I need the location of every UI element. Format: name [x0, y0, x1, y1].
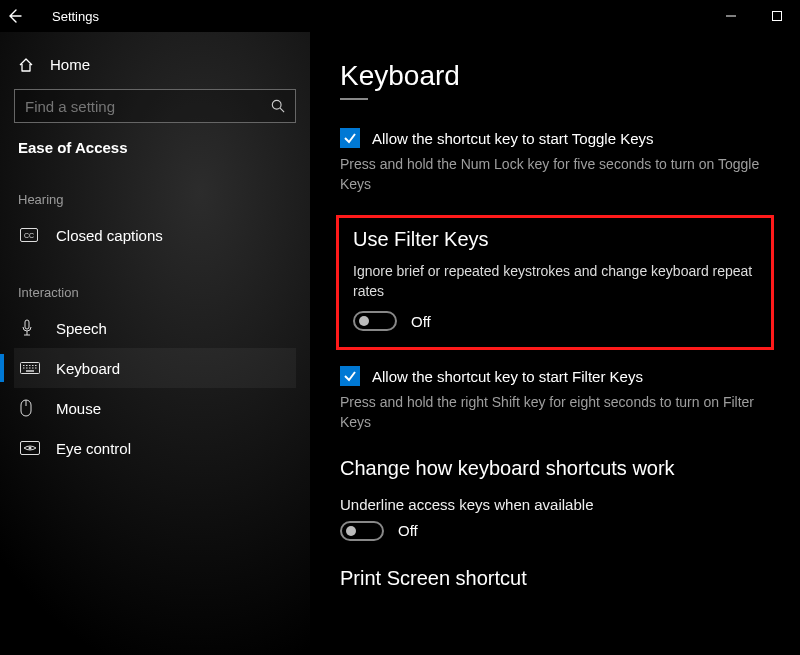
toggle-keys-shortcut-label: Allow the shortcut key to start Toggle K… [372, 130, 654, 147]
filter-keys-toggle-state: Off [411, 313, 431, 330]
sidebar-item-label: Eye control [56, 440, 131, 457]
app-title: Settings [52, 9, 99, 24]
toggle-knob [346, 526, 356, 536]
sidebar-item-eye-control[interactable]: Eye control [14, 428, 296, 468]
eye-control-icon [20, 441, 38, 455]
filter-keys-shortcut-description: Press and hold the right Shift key for e… [340, 392, 770, 433]
title-bar: Settings [0, 0, 800, 32]
page-title: Keyboard [340, 60, 770, 92]
toggle-knob [359, 316, 369, 326]
back-button[interactable] [6, 8, 34, 24]
svg-rect-1 [773, 12, 782, 21]
keyboard-icon [20, 362, 38, 374]
home-icon [18, 57, 34, 73]
toggle-keys-shortcut-checkbox[interactable] [340, 128, 360, 148]
sidebar-item-label: Mouse [56, 400, 101, 417]
search-input-container[interactable] [14, 89, 296, 123]
sidebar-item-label: Speech [56, 320, 107, 337]
sidebar-item-keyboard[interactable]: Keyboard [14, 348, 296, 388]
underline-access-keys-toggle-state: Off [398, 522, 418, 539]
print-screen-heading: Print Screen shortcut [340, 567, 770, 590]
sidebar-item-speech[interactable]: Speech [14, 308, 296, 348]
underline-access-keys-toggle[interactable] [340, 521, 384, 541]
group-hearing-label: Hearing [14, 162, 296, 215]
nav-home-label: Home [50, 56, 90, 73]
closed-captions-icon: CC [20, 228, 38, 242]
section-title: Ease of Access [14, 123, 296, 162]
filter-keys-toggle[interactable] [353, 311, 397, 331]
minimize-icon [726, 11, 736, 21]
arrow-left-icon [6, 8, 22, 24]
content-pane: Keyboard Allow the shortcut key to start… [310, 32, 800, 655]
svg-line-3 [280, 108, 284, 112]
sidebar-item-label: Keyboard [56, 360, 120, 377]
mouse-icon [20, 399, 38, 417]
filter-keys-highlight: Use Filter Keys Ignore brief or repeated… [336, 215, 774, 351]
shortcuts-section-heading: Change how keyboard shortcuts work [340, 457, 770, 480]
sidebar-item-mouse[interactable]: Mouse [14, 388, 296, 428]
filter-keys-shortcut-checkbox[interactable] [340, 366, 360, 386]
maximize-icon [772, 11, 782, 21]
svg-point-2 [272, 100, 281, 109]
nav-home[interactable]: Home [14, 50, 296, 89]
minimize-button[interactable] [708, 0, 754, 32]
underline-access-keys-label: Underline access keys when available [340, 496, 770, 513]
sidebar-item-closed-captions[interactable]: CC Closed captions [14, 215, 296, 255]
maximize-button[interactable] [754, 0, 800, 32]
search-input[interactable] [25, 98, 271, 115]
filter-keys-description: Ignore brief or repeated keystrokes and … [353, 261, 757, 302]
page-title-underline [340, 98, 368, 100]
sidebar: Home Ease of Access Hearing CC Closed ca… [0, 32, 310, 655]
svg-text:CC: CC [24, 232, 34, 239]
search-icon [271, 99, 285, 113]
svg-point-14 [29, 447, 32, 450]
group-interaction-label: Interaction [14, 255, 296, 308]
filter-keys-shortcut-label: Allow the shortcut key to start Filter K… [372, 368, 643, 385]
filter-keys-heading: Use Filter Keys [353, 228, 757, 251]
svg-rect-6 [25, 320, 29, 329]
sidebar-item-label: Closed captions [56, 227, 163, 244]
toggle-keys-shortcut-description: Press and hold the Num Lock key for five… [340, 154, 770, 195]
window-controls [708, 0, 800, 32]
checkmark-icon [343, 131, 357, 145]
checkmark-icon [343, 369, 357, 383]
microphone-icon [20, 319, 38, 337]
